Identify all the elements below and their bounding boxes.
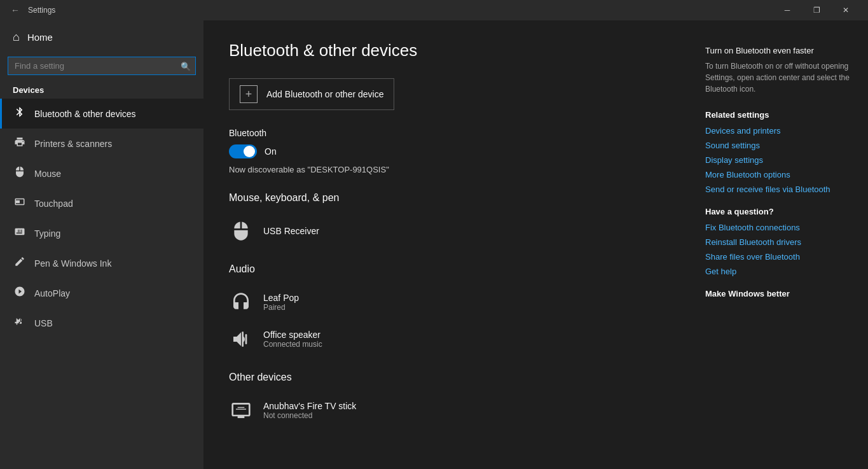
fire-tv-status: Not connected	[263, 411, 356, 420]
usb-icon	[13, 316, 27, 330]
add-device-label: Add Bluetooth or other device	[266, 89, 383, 99]
make-windows-better-title: Make Windows better	[705, 289, 853, 298]
bluetooth-toggle[interactable]	[229, 144, 257, 158]
sidebar-item-mouse[interactable]: Mouse	[0, 158, 203, 188]
back-button[interactable]: ←	[8, 3, 23, 18]
audio-section: Audio Leaf Pop Paired Office speaker Con	[229, 263, 665, 356]
restore-button[interactable]: ❐	[802, 0, 831, 20]
sidebar: ⌂ Home 🔍 Devices Bluetooth & other devic…	[0, 20, 203, 469]
turn-on-title: Turn on Bluetooth even faster	[705, 46, 853, 55]
link-more-bluetooth[interactable]: More Bluetooth options	[705, 170, 853, 179]
home-icon: ⌂	[13, 31, 20, 44]
bluetooth-section-label: Bluetooth	[229, 128, 665, 138]
titlebar-title: Settings	[28, 6, 55, 15]
svg-rect-1	[245, 334, 247, 344]
printer-icon	[13, 136, 27, 151]
autoplay-icon	[13, 286, 27, 300]
usb-receiver-icon	[229, 219, 253, 243]
sidebar-item-autoplay-label: AutoPlay	[34, 288, 70, 298]
svg-rect-3	[236, 409, 246, 409]
bluetooth-section: Bluetooth On Now discoverable as "DESKTO…	[229, 128, 665, 174]
link-display-settings[interactable]: Display settings	[705, 155, 853, 165]
svg-rect-0	[242, 332, 244, 347]
mouse-keyboard-heading: Mouse, keyboard, & pen	[229, 192, 665, 204]
link-fix-bluetooth[interactable]: Fix Bluetooth connections	[705, 223, 853, 232]
have-question-title: Have a question?	[705, 207, 853, 216]
sidebar-item-usb[interactable]: USB	[0, 308, 203, 338]
sidebar-item-usb-label: USB	[34, 318, 53, 328]
sidebar-item-mouse-label: Mouse	[34, 169, 61, 179]
fire-tv-info: Anubhav's Fire TV stick Not connected	[263, 401, 356, 420]
main-layout: ⌂ Home 🔍 Devices Bluetooth & other devic…	[0, 20, 868, 469]
other-devices-heading: Other devices	[229, 372, 665, 383]
page-title: Bluetooth & other devices	[229, 41, 665, 60]
close-button[interactable]: ✕	[831, 0, 860, 20]
sidebar-item-typing-label: Typing	[34, 228, 60, 239]
leaf-pop-status: Paired	[263, 303, 299, 312]
discoverable-text: Now discoverable as "DESKTOP-991QSIS"	[229, 165, 665, 174]
toggle-knob	[244, 146, 255, 157]
right-panel: Turn on Bluetooth even faster To turn Bl…	[690, 20, 868, 469]
content-area: Bluetooth & other devices + Add Bluetoot…	[203, 20, 690, 469]
search-box: 🔍	[8, 57, 196, 75]
office-speaker-name: Office speaker	[263, 330, 322, 340]
usb-receiver-item: USB Receiver	[229, 214, 665, 248]
minimize-button[interactable]: ─	[773, 0, 802, 20]
headphones-icon	[229, 290, 253, 314]
usb-receiver-info: USB Receiver	[263, 226, 319, 236]
mouse-icon	[13, 166, 27, 181]
link-sound-settings[interactable]: Sound settings	[705, 141, 853, 150]
home-label: Home	[27, 32, 53, 43]
office-speaker-info: Office speaker Connected music	[263, 330, 322, 349]
sidebar-item-touchpad[interactable]: Touchpad	[0, 188, 203, 218]
sidebar-item-printers-label: Printers & scanners	[34, 139, 112, 149]
tv-icon	[229, 398, 253, 423]
usb-receiver-name: USB Receiver	[263, 226, 319, 236]
other-devices-section: Other devices Anubhav's Fire TV stick No…	[229, 372, 665, 428]
audio-heading: Audio	[229, 263, 665, 275]
leaf-pop-name: Leaf Pop	[263, 293, 299, 303]
pen-icon	[13, 256, 27, 270]
sidebar-item-pen-label: Pen & Windows Ink	[34, 258, 111, 269]
sidebar-section-label: Devices	[0, 80, 203, 99]
turn-on-description: To turn Bluetooth on or off without open…	[705, 60, 853, 95]
link-reinstall-drivers[interactable]: Reinstall Bluetooth drivers	[705, 237, 853, 247]
typing-icon	[13, 226, 27, 241]
sidebar-item-printers[interactable]: Printers & scanners	[0, 129, 203, 158]
search-icon: 🔍	[181, 61, 191, 71]
touchpad-icon	[13, 196, 27, 211]
office-speaker-item: Office speaker Connected music	[229, 322, 665, 356]
link-send-receive-files[interactable]: Send or receive files via Bluetooth	[705, 185, 853, 194]
search-input[interactable]	[8, 57, 196, 75]
mouse-keyboard-section: Mouse, keyboard, & pen USB Receiver	[229, 192, 665, 248]
office-speaker-status: Connected music	[263, 340, 322, 349]
bluetooth-toggle-row: On	[229, 144, 665, 158]
bluetooth-toggle-state: On	[265, 146, 277, 157]
leaf-pop-info: Leaf Pop Paired	[263, 293, 299, 312]
link-devices-printers[interactable]: Devices and printers	[705, 126, 853, 136]
leaf-pop-item: Leaf Pop Paired	[229, 285, 665, 319]
sidebar-item-bluetooth-label: Bluetooth & other devices	[34, 109, 136, 119]
svg-rect-2	[238, 407, 245, 408]
window-controls: ─ ❐ ✕	[773, 0, 860, 20]
link-share-files[interactable]: Share files over Bluetooth	[705, 252, 853, 262]
sidebar-item-typing[interactable]: Typing	[0, 218, 203, 248]
add-device-button[interactable]: + Add Bluetooth or other device	[229, 78, 394, 110]
bluetooth-icon	[13, 106, 27, 121]
link-get-help[interactable]: Get help	[705, 267, 853, 276]
fire-tv-item: Anubhav's Fire TV stick Not connected	[229, 393, 665, 428]
home-nav-item[interactable]: ⌂ Home	[0, 20, 203, 54]
titlebar: ← Settings ─ ❐ ✕	[0, 0, 868, 20]
speaker-icon	[229, 327, 253, 351]
sidebar-item-touchpad-label: Touchpad	[34, 199, 73, 209]
add-device-plus-icon: +	[240, 85, 258, 103]
fire-tv-name: Anubhav's Fire TV stick	[263, 401, 356, 411]
related-settings-title: Related settings	[705, 110, 853, 120]
sidebar-item-bluetooth[interactable]: Bluetooth & other devices	[0, 99, 203, 129]
sidebar-item-autoplay[interactable]: AutoPlay	[0, 278, 203, 308]
sidebar-item-pen[interactable]: Pen & Windows Ink	[0, 248, 203, 278]
